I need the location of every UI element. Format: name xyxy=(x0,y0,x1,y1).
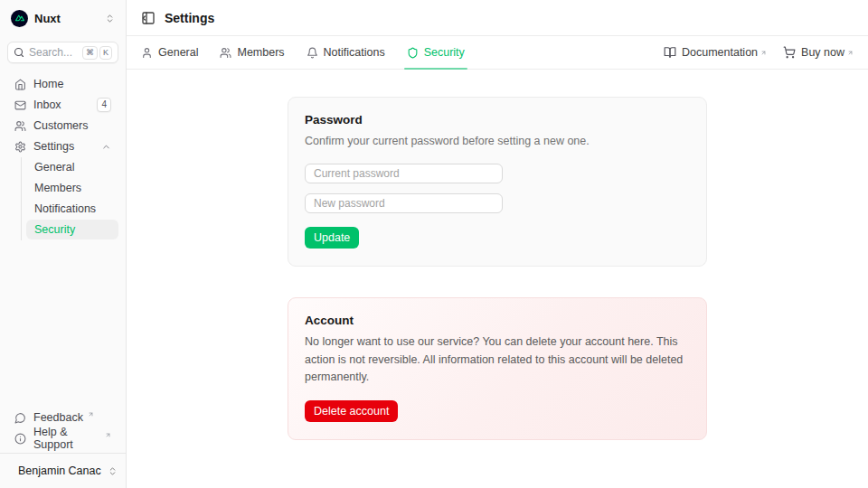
password-card-description: Confirm your current password before set… xyxy=(305,133,690,150)
gear-icon xyxy=(14,141,26,153)
documentation-link[interactable]: Documentation xyxy=(664,46,767,59)
delete-account-button[interactable]: Delete account xyxy=(305,400,398,422)
link-label: Buy now xyxy=(801,46,844,59)
users-icon xyxy=(220,47,231,59)
nuxt-logo-icon xyxy=(11,10,28,27)
current-password-field[interactable] xyxy=(305,164,503,183)
sidebar-item-label: Notifications xyxy=(34,202,96,215)
password-card-title: Password xyxy=(305,113,690,127)
main-panel: Settings General Members Notifications xyxy=(127,0,868,488)
book-open-icon xyxy=(664,46,676,59)
footer-item-label: Help & Support xyxy=(33,426,100,451)
settings-security-content: Password Confirm your current password b… xyxy=(127,70,868,488)
sidebar-nav: Home Inbox 4 Customers Settings xyxy=(7,74,118,241)
external-link-icon xyxy=(847,50,854,56)
tab-general[interactable]: General xyxy=(141,36,198,69)
page-title: Settings xyxy=(165,11,214,25)
sidebar-item-inbox[interactable]: Inbox 4 xyxy=(7,95,118,115)
sidebar-item-label: General xyxy=(34,161,74,174)
app-window: Nuxt Search... ⌘ K Home xyxy=(0,0,868,488)
search-icon xyxy=(14,47,24,58)
shield-icon xyxy=(407,47,419,59)
workspace-name: Nuxt xyxy=(34,12,61,25)
tab-label: Members xyxy=(237,46,284,59)
users-icon xyxy=(14,120,26,132)
update-password-button[interactable]: Update xyxy=(305,227,359,249)
page-header: Settings xyxy=(127,0,868,36)
external-link-icon xyxy=(760,50,767,56)
sidebar-item-label: Members xyxy=(34,182,81,194)
sidebar-item-customers[interactable]: Customers xyxy=(7,116,118,136)
external-link-icon xyxy=(105,432,111,438)
external-link-icon xyxy=(88,411,94,418)
sidebar-item-label: Security xyxy=(34,223,75,236)
inbox-icon xyxy=(14,99,26,111)
footer-item-label: Feedback xyxy=(33,411,83,424)
settings-submenu: General Members Notifications Security xyxy=(21,157,118,240)
password-card: Password Confirm your current password b… xyxy=(288,97,707,267)
account-card: Account No longer want to use our servic… xyxy=(288,297,707,439)
chevron-up-icon xyxy=(101,142,111,152)
sidebar-footer: Feedback Help & Support Benjamin Canac xyxy=(7,408,118,488)
user-name: Benjamin Canac xyxy=(18,465,101,477)
sidebar-item-label: Customers xyxy=(33,119,88,132)
tab-security[interactable]: Security xyxy=(407,36,465,69)
home-icon xyxy=(14,79,26,90)
sidebar-item-label: Settings xyxy=(33,140,74,153)
feedback-link[interactable]: Feedback xyxy=(7,408,118,427)
shopping-cart-icon xyxy=(783,46,796,59)
search-placeholder: Search... xyxy=(29,46,72,59)
sidebar-item-settings[interactable]: Settings xyxy=(7,136,118,156)
help-support-link[interactable]: Help & Support xyxy=(7,428,118,448)
account-card-description: No longer want to use our service? You c… xyxy=(305,333,690,386)
tab-members[interactable]: Members xyxy=(220,36,284,69)
kbd-k: K xyxy=(99,46,112,60)
user-icon xyxy=(141,47,153,59)
sidebar-item-notifications[interactable]: Notifications xyxy=(26,199,118,219)
link-label: Documentation xyxy=(682,46,758,59)
sidebar-item-general[interactable]: General xyxy=(26,157,118,177)
search-shortcut: ⌘ K xyxy=(82,46,112,60)
kbd-meta: ⌘ xyxy=(82,46,98,60)
message-circle-icon xyxy=(14,412,26,424)
sidebar: Nuxt Search... ⌘ K Home xyxy=(0,0,127,488)
sidebar-item-label: Inbox xyxy=(33,99,61,111)
inbox-count-badge: 4 xyxy=(97,98,111,112)
collapse-sidebar-icon[interactable] xyxy=(141,11,156,25)
account-card-title: Account xyxy=(305,314,690,327)
workspace-switcher[interactable]: Nuxt xyxy=(7,0,118,36)
bell-icon xyxy=(307,47,318,59)
divider xyxy=(0,453,126,454)
sidebar-item-members[interactable]: Members xyxy=(26,178,118,198)
tab-label: Security xyxy=(424,46,465,59)
chevrons-up-down-icon xyxy=(108,466,118,476)
tab-label: General xyxy=(158,46,198,59)
chevrons-up-down-icon xyxy=(105,14,115,23)
settings-tabbar: General Members Notifications Security xyxy=(127,36,868,70)
tab-notifications[interactable]: Notifications xyxy=(307,36,385,69)
new-password-field[interactable] xyxy=(305,193,503,213)
buy-now-link[interactable]: Buy now xyxy=(783,46,854,59)
header-links: Documentation Buy now xyxy=(664,46,854,59)
tab-label: Notifications xyxy=(324,46,385,59)
search-input[interactable]: Search... ⌘ K xyxy=(7,42,118,63)
info-circle-icon xyxy=(14,433,26,445)
sidebar-item-home[interactable]: Home xyxy=(7,74,118,94)
sidebar-item-label: Home xyxy=(33,78,63,90)
user-menu[interactable]: Benjamin Canac xyxy=(7,457,118,484)
sidebar-item-security[interactable]: Security xyxy=(26,220,118,239)
